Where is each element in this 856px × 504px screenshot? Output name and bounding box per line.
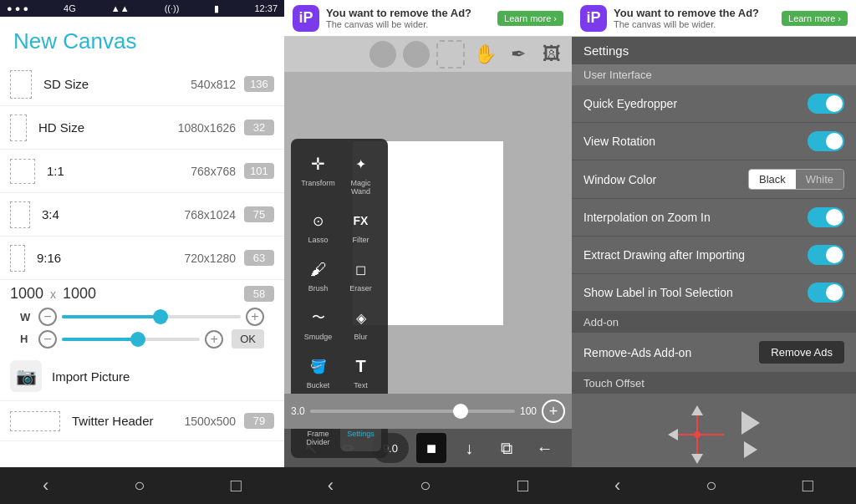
learn-more-button[interactable]: Learn more › — [497, 11, 563, 26]
home-button-2[interactable]: ○ — [406, 471, 444, 500]
redo-button[interactable] — [403, 41, 430, 68]
zoom-slider[interactable] — [310, 410, 515, 413]
home-button[interactable]: ○ — [120, 471, 158, 500]
filter-tool[interactable]: FX Filter — [340, 202, 381, 249]
layers-button[interactable]: ⧉ — [492, 433, 522, 463]
height-slider[interactable] — [62, 338, 200, 341]
selection-icon[interactable] — [436, 40, 465, 69]
ok-button[interactable]: OK — [232, 329, 264, 349]
touch-offset-control[interactable] — [572, 394, 856, 467]
image-icon[interactable]: 🖼 — [538, 41, 565, 68]
recent-apps-button-3[interactable]: □ — [789, 471, 827, 500]
interpolation-label: Interpolation on Zoom In — [583, 211, 808, 224]
canvas-thumbnail — [10, 201, 30, 228]
text-icon: T — [348, 353, 374, 379]
import-label: Import Picture — [52, 369, 130, 384]
width-increase-button[interactable]: + — [246, 308, 264, 326]
dimension-separator: x — [50, 288, 56, 301]
width-slider[interactable] — [62, 315, 241, 318]
color-swatch[interactable]: ■ — [416, 433, 446, 463]
custom-height: 1000 — [63, 285, 96, 303]
ad-app-icon-3: iP — [580, 5, 607, 32]
width-decrease-button[interactable]: − — [38, 308, 57, 326]
twitter-header-item[interactable]: Twitter Header 1500x500 79 — [0, 401, 284, 441]
eraser-tool[interactable]: ◻ Eraser — [340, 251, 381, 298]
zoom-max-label: 100 — [520, 405, 537, 417]
smudge-icon: 〜 — [305, 304, 332, 331]
touch-offset-crosshair — [668, 405, 726, 464]
back-button-2[interactable]: ‹ — [314, 471, 347, 500]
size-label: 9:16 — [37, 251, 184, 265]
undo-button[interactable] — [369, 41, 396, 68]
lasso-tool[interactable]: ⊙ Lasso — [298, 202, 339, 249]
window-color-black-button[interactable]: Black — [749, 170, 796, 189]
size-dimensions: 720x1280 — [184, 252, 236, 265]
list-item[interactable]: 9:16 720x1280 63 — [0, 237, 284, 280]
window-color-selector[interactable]: Black White — [748, 169, 844, 190]
show-label-toggle[interactable] — [808, 283, 844, 303]
list-item[interactable]: HD Size 1080x1626 32 — [0, 106, 284, 150]
lasso-label: Lasso — [308, 236, 328, 244]
zoom-in-button[interactable]: + — [542, 400, 565, 423]
height-increase-button[interactable]: + — [205, 330, 223, 349]
blur-tool[interactable]: ◈ Blur — [340, 299, 381, 346]
size-badge: 63 — [244, 250, 274, 266]
ad-title-3: You want to remove the Ad? — [614, 7, 775, 19]
hand-tool-icon[interactable]: ✋ — [471, 41, 498, 68]
twitter-thumbnail — [10, 411, 60, 431]
transform-tool[interactable]: ✛ Transform — [298, 145, 339, 201]
height-decrease-button[interactable]: − — [38, 330, 57, 349]
back-arrow-button[interactable]: ← — [529, 433, 559, 463]
pen-tool-icon[interactable]: ✒ — [505, 41, 532, 68]
canvas-size-list[interactable]: SD Size 540x812 136 HD Size 1080x1626 32… — [0, 63, 284, 467]
smudge-tool[interactable]: 〜 Smudge — [298, 299, 339, 346]
canvas-drawing-area[interactable]: ✛ Transform ✦ Magic Wand ⊙ Lasso FX Filt… — [284, 72, 572, 394]
right-arrow-small-icon — [744, 441, 757, 458]
custom-size-section: 1000 x 1000 58 W − + H — [0, 280, 284, 352]
back-button[interactable]: ‹ — [29, 471, 62, 500]
extract-drawing-row: Extract Drawing after Importing — [572, 237, 856, 274]
settings-content: Settings User Interface Quick Eyedropper… — [572, 37, 856, 467]
frame-divider-label: Frame Divider — [301, 430, 335, 446]
home-button-3[interactable]: ○ — [692, 471, 730, 500]
left-arrow-icon — [668, 429, 678, 440]
quick-eyedropper-label: Quick Eyedropper — [583, 97, 808, 110]
learn-more-button-3[interactable]: Learn more › — [782, 11, 848, 26]
remove-ads-button[interactable]: Remove Ads — [759, 341, 844, 364]
signal-icon: ▲▲ — [111, 3, 130, 13]
blur-label: Blur — [354, 333, 367, 341]
twitter-size: 1500x500 — [184, 415, 236, 428]
top-toolbar: ✋ ✒ 🖼 — [284, 37, 572, 72]
import-picture-item[interactable]: 📷 Import Picture — [0, 352, 284, 401]
canvas-thumbnail — [10, 245, 25, 272]
extract-drawing-toggle[interactable] — [808, 245, 844, 265]
recent-apps-button[interactable]: □ — [217, 471, 255, 500]
bucket-tool[interactable]: 🪣 Bucket — [298, 348, 339, 395]
settings-panel: iP You want to remove the Ad? The canvas… — [572, 0, 856, 504]
eraser-label: Eraser — [349, 284, 372, 293]
height-label: H — [20, 333, 33, 345]
text-tool[interactable]: T Text — [340, 348, 381, 395]
ui-section-title: User Interface — [572, 64, 856, 85]
download-button[interactable]: ↓ — [454, 433, 484, 463]
view-rotation-label: View Rotation — [583, 135, 808, 148]
list-item[interactable]: 3:4 768x1024 75 — [0, 193, 284, 237]
navigation-bar-2: ‹ ○ □ — [284, 467, 572, 504]
navigation-bar-3: ‹ ○ □ — [572, 467, 856, 504]
window-color-white-button[interactable]: White — [796, 170, 843, 189]
crosshair-dot — [694, 431, 701, 438]
size-badge: 75 — [244, 206, 274, 222]
quick-eyedropper-toggle[interactable] — [808, 94, 844, 114]
brush-tool[interactable]: 🖌 Brush — [298, 251, 339, 298]
back-button-3[interactable]: ‹ — [601, 471, 634, 500]
recent-apps-button-2[interactable]: □ — [504, 471, 542, 500]
network-indicator: 4G — [64, 3, 76, 13]
list-item[interactable]: 1:1 768x768 101 — [0, 150, 284, 193]
wifi-icon: ((·)) — [165, 3, 180, 13]
view-rotation-toggle[interactable] — [808, 131, 844, 151]
list-item[interactable]: SD Size 540x812 136 — [0, 63, 284, 106]
interpolation-toggle[interactable] — [808, 207, 844, 227]
custom-badge: 58 — [244, 286, 274, 302]
size-dimensions: 768x1024 — [184, 208, 236, 221]
magic-wand-tool[interactable]: ✦ Magic Wand — [340, 145, 381, 201]
